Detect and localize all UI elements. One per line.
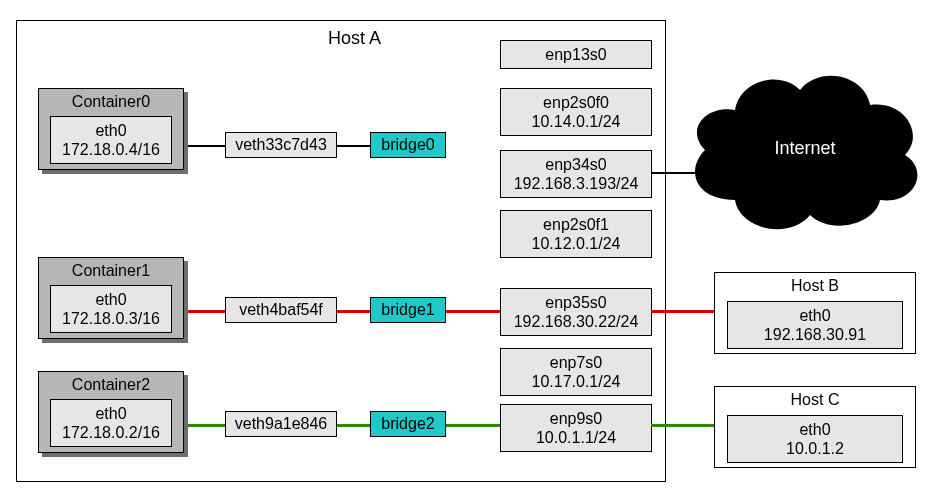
- nic-enp2s0f0-ip: 10.14.0.1/24: [501, 112, 651, 131]
- nic-enp2s0f0: enp2s0f0 10.14.0.1/24: [500, 88, 652, 136]
- container0-iface: eth0: [51, 121, 171, 140]
- bridge0-box: bridge0: [370, 132, 446, 158]
- container1-iface: eth0: [51, 290, 171, 309]
- nic-enp9s0-name: enp9s0: [501, 409, 651, 428]
- host-c-ip: 10.0.1.2: [728, 439, 902, 458]
- nic-enp2s0f1-name: enp2s0f1: [501, 215, 651, 234]
- diagram-canvas: Host A Container0 eth0 172.18.0.4/16 vet…: [0, 0, 936, 504]
- container0-title: Container0: [39, 89, 183, 111]
- host-c-box: Host C eth0 10.0.1.2: [714, 386, 916, 468]
- link-hostc: [651, 424, 714, 427]
- nic-enp2s0f1: enp2s0f1 10.12.0.1/24: [500, 210, 652, 258]
- nic-enp7s0-name: enp7s0: [501, 353, 651, 372]
- container2-eth: eth0 172.18.0.2/16: [50, 399, 172, 447]
- host-b-iface: eth0: [728, 306, 902, 325]
- link-hostb: [651, 310, 714, 313]
- host-b-box: Host B eth0 192.168.30.91: [714, 272, 916, 354]
- internet-cloud: Internet: [680, 50, 930, 250]
- container2-iface: eth0: [51, 404, 171, 423]
- container0-ip: 172.18.0.4/16: [51, 140, 171, 159]
- host-c-title: Host C: [715, 387, 915, 409]
- nic-enp7s0: enp7s0 10.17.0.1/24: [500, 348, 652, 396]
- link-veth0-bridge0: [335, 145, 370, 147]
- host-a-label: Host A: [328, 28, 381, 49]
- nic-enp13s0-name: enp13s0: [501, 45, 651, 64]
- nic-enp35s0: enp35s0 192.168.30.22/24: [500, 288, 652, 336]
- container2-title: Container2: [39, 372, 183, 394]
- container1-eth: eth0 172.18.0.3/16: [50, 285, 172, 333]
- nic-enp34s0-name: enp34s0: [501, 155, 651, 174]
- container0-eth: eth0 172.18.0.4/16: [50, 116, 172, 164]
- host-c-iface: eth0: [728, 420, 902, 439]
- container2-ip: 172.18.0.2/16: [51, 423, 171, 442]
- nic-enp34s0-ip: 192.168.3.193/24: [501, 174, 651, 193]
- internet-label: Internet: [680, 138, 930, 159]
- nic-enp13s0: enp13s0: [500, 40, 652, 69]
- bridge1-box: bridge1: [370, 297, 446, 323]
- bridge2-box: bridge2: [370, 411, 446, 437]
- link-c0-veth: [180, 145, 225, 147]
- veth0-box: veth33c7d43: [225, 132, 337, 158]
- host-b-title: Host B: [715, 273, 915, 295]
- host-b-ip: 192.168.30.91: [728, 325, 902, 344]
- nic-enp2s0f0-name: enp2s0f0: [501, 93, 651, 112]
- nic-enp9s0: enp9s0 10.0.1.1/24: [500, 404, 652, 452]
- nic-enp7s0-ip: 10.17.0.1/24: [501, 372, 651, 391]
- host-b-eth: eth0 192.168.30.91: [727, 301, 903, 349]
- nic-enp2s0f1-ip: 10.12.0.1/24: [501, 234, 651, 253]
- container1-title: Container1: [39, 258, 183, 280]
- nic-enp35s0-name: enp35s0: [501, 293, 651, 312]
- nic-enp9s0-ip: 10.0.1.1/24: [501, 428, 651, 447]
- veth1-box: veth4baf54f: [225, 297, 337, 323]
- nic-enp35s0-ip: 192.168.30.22/24: [501, 312, 651, 331]
- nic-enp34s0: enp34s0 192.168.3.193/24: [500, 150, 652, 198]
- container1-ip: 172.18.0.3/16: [51, 309, 171, 328]
- veth2-box: veth9a1e846: [225, 411, 337, 437]
- host-c-eth: eth0 10.0.1.2: [727, 415, 903, 463]
